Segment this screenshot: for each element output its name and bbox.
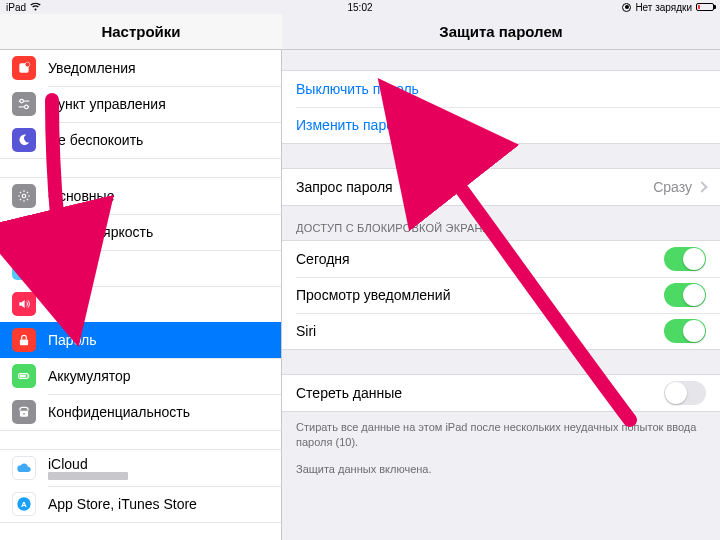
wifi-icon (30, 2, 41, 13)
require-passcode-value: Сразу (653, 179, 692, 195)
sidebar-item-label: App Store, iTunes Store (48, 496, 197, 512)
sidebar-item-general[interactable]: Основные (0, 178, 281, 214)
sidebar-item-appstore[interactable]: AApp Store, iTunes Store (0, 486, 281, 522)
sidebar-title: Настройки (0, 14, 282, 50)
svg-text:A: A (21, 500, 27, 509)
cc-icon (12, 92, 36, 116)
sidebar-section: ОсновныеAAЭкран и яркостьОбоиЗвукиПароль… (0, 177, 281, 431)
sidebar-item-wallpaper[interactable]: Обои (0, 250, 281, 286)
passcode-detail-pane: Выключить пароль Изменить пароль Запрос … (282, 50, 720, 540)
require-passcode-label: Запрос пароля (296, 179, 393, 195)
group-passcode-actions: Выключить пароль Изменить пароль (282, 70, 720, 144)
sidebar-item-label: Обои (48, 260, 83, 276)
gear-icon (12, 184, 36, 208)
erase-data-label: Стереть данные (296, 385, 402, 401)
sidebar-item-icloud[interactable]: iCloud (0, 450, 281, 486)
disable-passcode-label: Выключить пароль (296, 81, 419, 97)
status-bar: iPad 15:02 Нет зарядки (0, 0, 720, 14)
dnd-icon (12, 128, 36, 152)
sidebar-item-privacy[interactable]: Конфиденциальность (0, 394, 281, 430)
svg-point-2 (20, 99, 24, 103)
battery-icon (12, 364, 36, 388)
sidebar-item-label: Пароль (48, 332, 97, 348)
icloud-icon (12, 456, 36, 480)
lock-access-row-today[interactable]: Сегодня (282, 241, 720, 277)
sidebar-item-label: Аккумулятор (48, 368, 131, 384)
toggle-today[interactable] (664, 247, 706, 271)
svg-text:AA: AA (19, 227, 30, 236)
sidebar-item-display[interactable]: AAЭкран и яркость (0, 214, 281, 250)
require-passcode-row[interactable]: Запрос пароля Сразу (282, 169, 720, 205)
charge-label: Нет зарядки (635, 2, 692, 13)
erase-data-toggle[interactable] (664, 381, 706, 405)
svg-rect-19 (20, 375, 26, 377)
sidebar-item-control-center[interactable]: Пункт управления (0, 86, 281, 122)
sidebar-section: iCloudAApp Store, iTunes Store (0, 449, 281, 523)
svg-point-11 (22, 266, 26, 270)
sidebar-item-label: Основные (48, 188, 114, 204)
svg-point-15 (27, 267, 29, 269)
sidebar-item-battery[interactable]: Аккумулятор (0, 358, 281, 394)
chevron-right-icon (696, 181, 707, 192)
change-passcode-button[interactable]: Изменить пароль (282, 107, 720, 143)
disable-passcode-button[interactable]: Выключить пароль (282, 71, 720, 107)
display-icon: AA (12, 220, 36, 244)
lock-icon (12, 328, 36, 352)
settings-sidebar[interactable]: УведомленияПункт управленияНе беспокоить… (0, 50, 282, 540)
svg-point-1 (25, 62, 30, 67)
notif-icon (12, 56, 36, 80)
sidebar-item-label: Конфиденциальность (48, 404, 190, 420)
wallpaper-icon (12, 256, 36, 280)
redacted-account-label (48, 472, 128, 480)
sidebar-item-label: Уведомления (48, 60, 136, 76)
toggle-siri[interactable] (664, 319, 706, 343)
toggle-notif-view[interactable] (664, 283, 706, 307)
sidebar-item-label: Экран и яркость (48, 224, 153, 240)
sidebar-item-notifications[interactable]: Уведомления (0, 50, 281, 86)
sidebar-item-label: Звуки (48, 296, 85, 312)
sidebar-item-sounds[interactable]: Звуки (0, 286, 281, 322)
privacy-icon (12, 400, 36, 424)
svg-point-12 (23, 263, 25, 265)
sidebar-item-passcode[interactable]: Пароль (0, 322, 281, 358)
sound-icon (12, 292, 36, 316)
erase-data-note: Стирать все данные на этом iPad после не… (282, 412, 720, 454)
detail-title: Защита паролем (282, 14, 720, 50)
svg-point-8 (22, 194, 26, 198)
lock-access-label: Siri (296, 323, 316, 339)
group-erase-data: Стереть данные (282, 374, 720, 412)
lock-access-label: Просмотр уведомлений (296, 287, 451, 303)
lock-access-row-notif-view[interactable]: Просмотр уведомлений (282, 277, 720, 313)
clock: 15:02 (347, 2, 372, 13)
sidebar-section: УведомленияПункт управленияНе беспокоить (0, 50, 281, 159)
column-headers: Настройки Защита паролем (0, 14, 720, 50)
lock-access-header: ДОСТУП С БЛОКИРОВКОЙ ЭКРАНА: (282, 206, 720, 240)
appstore-icon: A (12, 492, 36, 516)
change-passcode-label: Изменить пароль (296, 117, 409, 133)
svg-rect-16 (20, 339, 28, 345)
svg-point-5 (25, 105, 28, 109)
sidebar-item-label: Пункт управления (48, 96, 166, 112)
sidebar-item-dnd[interactable]: Не беспокоить (0, 122, 281, 158)
svg-point-13 (23, 271, 25, 273)
sidebar-item-label: Не беспокоить (48, 132, 143, 148)
svg-rect-18 (28, 375, 29, 377)
group-require-passcode: Запрос пароля Сразу (282, 168, 720, 206)
battery-icon (696, 3, 714, 11)
erase-data-row[interactable]: Стереть данные (282, 375, 720, 411)
group-lock-access: СегодняПросмотр уведомленийSiri (282, 240, 720, 350)
device-label: iPad (6, 2, 26, 13)
not-charging-icon (622, 3, 631, 12)
data-protection-note: Защита данных включена. (282, 454, 720, 481)
lock-access-label: Сегодня (296, 251, 350, 267)
lock-access-row-siri[interactable]: Siri (282, 313, 720, 349)
svg-point-14 (19, 267, 21, 269)
sidebar-item-label: iCloud (48, 456, 128, 472)
svg-point-21 (23, 413, 25, 415)
